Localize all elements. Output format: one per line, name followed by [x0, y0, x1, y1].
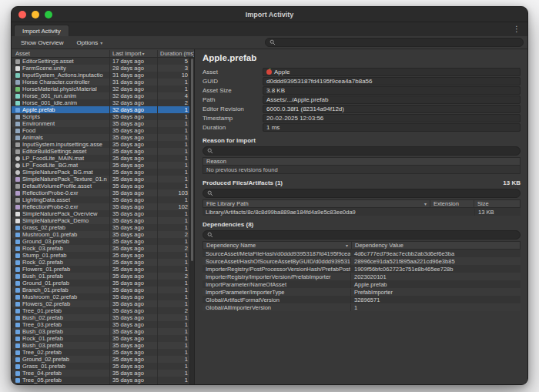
column-header-duration[interactable]: Duration (ms) [157, 50, 194, 57]
options-dropdown[interactable]: Options ▾ [72, 39, 109, 47]
asset-row[interactable]: Food 35 days ago 1 [12, 127, 194, 134]
asset-name: Mushroom_02.prefab [22, 293, 77, 300]
last-import-cell: 31 days ago [109, 72, 157, 79]
duration-cell: 1 [157, 79, 194, 85]
asset-row[interactable]: Stump_01.prefab 35 days ago 1 [12, 252, 194, 259]
asset-row[interactable]: Tree_01.prefab 35 days ago 2 [12, 307, 194, 314]
asset-name-cell: Bush_02.prefab [12, 314, 109, 321]
asset-row[interactable]: EditorBuildSettings.asset 35 days ago 1 [12, 148, 194, 155]
artifact-row[interactable]: Library/Artifacts/8c/8c8d99ba889ae184fd4… [203, 208, 521, 216]
asset-row[interactable]: Rock_03.prefab 35 days ago 2 [12, 245, 194, 252]
asset-list-panel: Asset Last Import▾ Duration (ms) EditorS… [12, 49, 195, 384]
asset-row[interactable]: Rock_01.prefab 35 days ago 1 [12, 335, 194, 342]
asset-row[interactable]: SimpleNaturePack_Texture_01.n 35 days ag… [12, 176, 194, 183]
asset-row[interactable]: InputSystem_Actions.inputactio 31 days a… [12, 72, 194, 79]
asset-type-icon [15, 371, 20, 376]
column-header-file-library-path[interactable]: File Library Path▾ [203, 200, 430, 207]
dependency-name-cell: ImporterRegistry/PostProcessorVersionHas… [203, 266, 350, 273]
titlebar[interactable]: Import Activity [12, 7, 527, 22]
asset-row[interactable]: Environment 35 days ago 1 [12, 120, 194, 127]
column-header-reason[interactable]: Reason [203, 158, 520, 165]
asset-row[interactable]: ReflectionProbe-0.exr 35 days ago 102 [12, 203, 194, 210]
asset-row[interactable]: LP_FoodLite_MAIN.mat 35 days ago 1 [12, 155, 194, 162]
asset-row[interactable]: Flowers_02.prefab 35 days ago 1 [12, 300, 194, 307]
column-header-dependency-value[interactable]: Dependency Value [351, 242, 520, 249]
asset-row[interactable]: Bush_03.prefab 35 days ago 1 [12, 342, 194, 349]
asset-name: SimpleNaturePack_Demo [22, 217, 89, 224]
dependency-value-cell: 2023020101 [350, 273, 521, 280]
asset-row[interactable]: Grass_02.prefab 35 days ago 1 [12, 224, 194, 231]
asset-row[interactable]: Flowers_01.prefab 35 days ago 1 [12, 266, 194, 273]
asset-row[interactable]: DefaultVolumeProfile.asset 35 days ago 1 [12, 183, 194, 189]
kebab-menu-icon[interactable]: ⋮ [513, 25, 521, 34]
asset-row[interactable]: Bush_02.prefab 35 days ago 1 [12, 314, 194, 321]
asset-row[interactable]: Tree_02.prefab 35 days ago 1 [12, 349, 194, 356]
asset-row[interactable]: Mushroom_01.prefab 35 days ago 2 [12, 231, 194, 238]
duration-cell: 103 [157, 189, 194, 196]
asset-row[interactable]: Animals 35 days ago 1 [12, 134, 194, 141]
column-header-extension[interactable]: Extension [430, 200, 474, 207]
zoom-button[interactable] [45, 11, 52, 18]
column-header-size[interactable]: Size [474, 200, 520, 207]
minimize-button[interactable] [32, 11, 39, 18]
asset-row[interactable]: ReflectionProbe-0.exr 35 days ago 103 [12, 189, 194, 196]
scrollbar-thumb[interactable] [191, 59, 193, 261]
dependencies-search-input[interactable] [203, 230, 521, 240]
asset-row[interactable]: Horse_001_run.anim 32 days ago 4 [12, 92, 194, 99]
asset-row[interactable]: Tree_04.prefab 35 days ago 1 [12, 370, 194, 377]
asset-row[interactable]: InputSystem.inputsettings.asse 35 days a… [12, 141, 194, 148]
asset-row[interactable]: Ground_03.prefab 35 days ago 1 [12, 238, 194, 245]
asset-row[interactable]: Flowers_02.fbx 35 days ago 9 [12, 384, 194, 384]
close-button[interactable] [18, 11, 26, 18]
asset-row[interactable]: Scripts 35 days ago 1 [12, 113, 194, 120]
asset-row[interactable]: Tree_05.prefab 35 days ago 1 [12, 377, 194, 384]
column-header-asset[interactable]: Asset [12, 50, 109, 57]
asset-name: LP_FoodLite_BG.mat [22, 162, 78, 169]
scrollbar-track[interactable] [189, 58, 194, 384]
asset-type-icon [15, 274, 20, 279]
asset-row[interactable]: SimpleNaturePack_Demo 35 days ago 1 [12, 217, 194, 224]
asset-row[interactable]: Bush_01.prefab 35 days ago 2 [12, 273, 194, 280]
asset-row[interactable]: Rock_02.prefab 35 days ago 1 [12, 259, 194, 266]
tab-import-activity[interactable]: Import Activity [14, 25, 69, 36]
asset-row[interactable]: SimpleNaturePack_Overview 35 days ago 1 [12, 210, 194, 217]
search-icon [207, 232, 213, 238]
asset-row[interactable]: LP_FoodLite_BG.mat 35 days ago 1 [12, 162, 194, 169]
dependency-row[interactable]: SourceAsset/MetaFileHash/d0ddd93953187fd… [203, 250, 521, 257]
asset-row[interactable]: HorseMaterial.physicMaterial 32 days ago… [12, 85, 194, 92]
asset-row[interactable]: Ground_02.prefab 35 days ago 1 [12, 356, 194, 363]
dependency-row[interactable]: ImporterRegistry/ImporterVersion/PrefabI… [203, 273, 521, 280]
last-import-cell: 35 days ago [109, 148, 157, 155]
asset-name-cell: Rock_02.prefab [12, 259, 109, 266]
dependency-row[interactable]: SourceAsset/HashOfSourceAssetByGUID/d0dd… [203, 257, 521, 265]
duration-cell: 2 [157, 307, 194, 314]
reason-search-input[interactable] [203, 146, 521, 156]
asset-name-cell: InputSystem.inputsettings.asse [12, 141, 109, 148]
dependency-row[interactable]: ImportParameter/ImporterType PrefabImpor… [203, 288, 521, 296]
asset-row[interactable]: Horse_001_idle.anim 32 days ago 2 [12, 99, 194, 106]
dependency-row[interactable]: Global/ArtifactFormatVersion 32896571 [203, 296, 521, 303]
asset-row[interactable]: Mushroom_02.prefab 35 days ago 1 [12, 293, 194, 300]
asset-row[interactable]: Grass_01.prefab 35 days ago 1 [12, 363, 194, 370]
asset-row[interactable]: Horse Character.controller 31 days ago 1 [12, 79, 194, 85]
asset-row[interactable]: Tree_03.prefab 35 days ago 1 [12, 321, 194, 328]
asset-row[interactable]: SimpleNaturePack_BG.mat 35 days ago 1 [12, 169, 194, 176]
artifacts-search-input[interactable] [203, 189, 521, 198]
last-import-cell: 32 days ago [109, 92, 157, 99]
asset-row[interactable]: FarmScene.unity 28 days ago 3 [12, 65, 194, 72]
global-search-input[interactable] [265, 38, 524, 47]
column-header-dependency-name[interactable]: Dependency Name▾ [203, 242, 351, 249]
column-header-last-import[interactable]: Last Import▾ [109, 50, 157, 57]
chevron-down-icon: ▾ [100, 40, 102, 45]
asset-row[interactable]: EditorSettings.asset 17 days ago 5 [12, 58, 194, 65]
asset-row[interactable]: Branch_01.prefab 35 days ago 1 [12, 286, 194, 293]
asset-type-icon [15, 357, 20, 362]
dependency-row[interactable]: ImporterRegistry/PostProcessorVersionHas… [203, 265, 521, 273]
dependency-row[interactable]: ImportParameter/NameOfAsset Apple.prefab [203, 280, 521, 288]
asset-row[interactable]: Apple.prefab 32 days ago 1 [12, 106, 194, 113]
show-overview-button[interactable]: Show Overview [15, 39, 69, 47]
dependency-row[interactable]: Global/AllImporterVersion 1 [203, 303, 521, 311]
asset-row[interactable]: LightingData.asset 35 days ago 1 [12, 196, 194, 203]
asset-row[interactable]: Ground_01.prefab 35 days ago 1 [12, 280, 194, 286]
asset-row[interactable]: Bush_03.prefab 35 days ago 1 [12, 328, 194, 335]
